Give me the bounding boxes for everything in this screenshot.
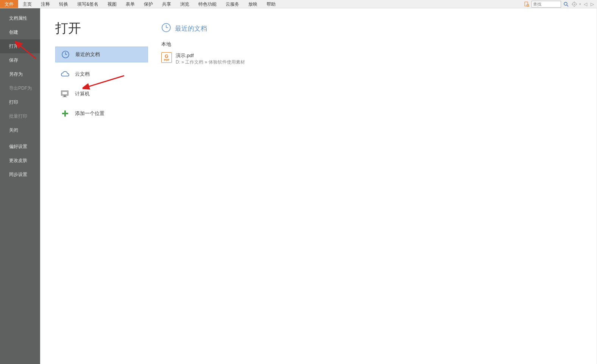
sidebar-item-create[interactable]: 创建 [0, 25, 40, 39]
svg-rect-15 [62, 92, 67, 95]
location-label: 最近的文档 [75, 51, 100, 58]
file-sidebar: 文档属性 创建 打开 保存 另存为 导出PDF为 打印 批量打印 关闭 偏好设置… [0, 8, 40, 364]
svg-line-2 [528, 6, 529, 7]
gear-icon[interactable] [571, 1, 578, 8]
location-recent[interactable]: 最近的文档 [55, 47, 148, 62]
sidebar-item-open[interactable]: 打开 [0, 39, 40, 53]
computer-icon [61, 89, 70, 98]
sidebar-item-batchprint: 批量打印 [0, 109, 40, 123]
menu-fillsign[interactable]: 填写&签名 [73, 0, 103, 8]
menu-browse[interactable]: 浏览 [176, 0, 194, 8]
menu-share[interactable]: 共享 [157, 0, 176, 8]
recent-file-item[interactable]: GPDF 演示.pdf D: » 工作文档 » 体验软件使用素材 [161, 51, 358, 67]
nav-back-icon[interactable]: ◁ [583, 1, 588, 8]
svg-point-3 [564, 2, 567, 5]
menu-home[interactable]: 主页 [18, 0, 36, 8]
page-title: 打开 [55, 20, 150, 37]
location-cloud[interactable]: 云文档 [55, 66, 148, 82]
sidebar-item-docprops[interactable]: 文档属性 [0, 11, 40, 25]
plus-icon [61, 109, 70, 118]
menu-convert[interactable]: 转换 [55, 0, 73, 8]
search-doc-icon[interactable] [523, 1, 530, 8]
menu-file[interactable]: 文件 [0, 0, 18, 8]
svg-rect-16 [64, 96, 66, 96]
menu-cloudsvc[interactable]: 云服务 [221, 0, 244, 8]
svg-rect-0 [525, 2, 528, 6]
menu-slideshow[interactable]: 放映 [244, 0, 262, 8]
menu-protect[interactable]: 保护 [139, 0, 157, 8]
detail-panel: 最近的文档 本地 GPDF 演示.pdf D: » 工作文档 » 体验软件使用素… [150, 8, 597, 364]
menu-feature[interactable]: 特色功能 [194, 0, 221, 8]
sidebar-item-print[interactable]: 打印 [0, 95, 40, 109]
location-label: 添加一个位置 [75, 110, 104, 117]
open-panel: 打开 最近的文档 云文档 [40, 8, 150, 364]
recent-file-path: D: » 工作文档 » 体验软件使用素材 [176, 59, 245, 65]
menu-annotate[interactable]: 注释 [36, 0, 55, 8]
recent-file-name: 演示.pdf [176, 52, 245, 59]
location-add[interactable]: 添加一个位置 [55, 106, 148, 121]
cloud-icon [61, 70, 70, 79]
sidebar-item-exportpdf: 导出PDF为 [0, 81, 40, 95]
svg-rect-19 [62, 113, 68, 114]
sidebar-item-sync[interactable]: 同步设置 [0, 168, 40, 182]
svg-point-6 [574, 3, 575, 5]
menubar: 文件 主页 注释 转换 填写&签名 视图 表单 保护 共享 浏览 特色功能 云服… [0, 0, 597, 8]
location-label: 计算机 [75, 90, 90, 97]
sidebar-item-preferences[interactable]: 偏好设置 [0, 140, 40, 154]
sidebar-item-save[interactable]: 保存 [0, 53, 40, 67]
nav-forward-icon[interactable]: ▷ [589, 1, 595, 8]
sidebar-item-close[interactable]: 关闭 [0, 123, 40, 137]
search-go-icon[interactable] [563, 1, 569, 8]
sidebar-item-skin[interactable]: 更改皮肤 [0, 154, 40, 168]
clock-icon [61, 50, 70, 59]
search-input[interactable] [532, 1, 561, 8]
menu-help[interactable]: 帮助 [262, 0, 280, 8]
location-label: 云文档 [75, 71, 90, 78]
sidebar-item-saveas[interactable]: 另存为 [0, 67, 40, 81]
local-header-label: 本地 [161, 41, 597, 48]
clock-icon [161, 23, 171, 34]
svg-line-4 [567, 5, 568, 6]
menu-view[interactable]: 视图 [103, 0, 121, 8]
menu-form[interactable]: 表单 [121, 0, 139, 8]
location-computer[interactable]: 计算机 [55, 86, 148, 102]
detail-section-title: 最近的文档 [175, 24, 207, 33]
pdf-file-icon: GPDF [161, 52, 172, 63]
